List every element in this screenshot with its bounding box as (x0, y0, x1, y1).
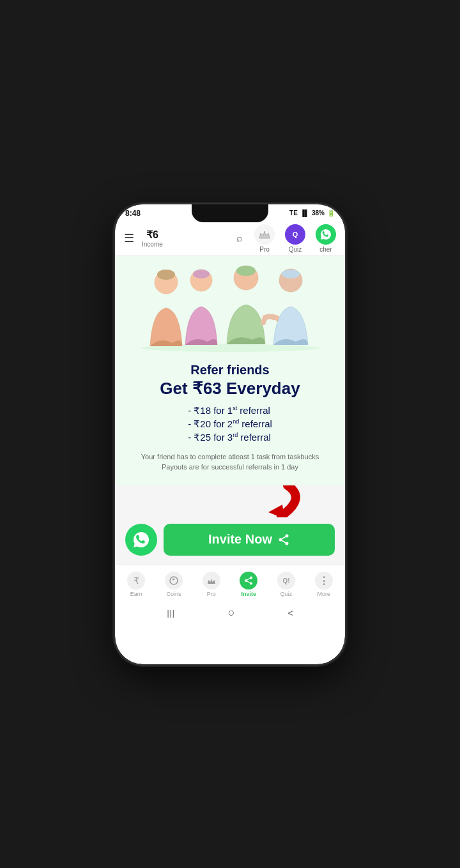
svg-line-13 (280, 540, 287, 544)
invite-icon (240, 572, 257, 590)
phone-screen: 8:48 TE ▐▌ 38% 🔋 ☰ ₹6 Income ⌕ (115, 204, 345, 664)
battery-icon: 🔋 (327, 209, 335, 217)
invite-label: Invite (241, 591, 257, 597)
invite-now-button[interactable]: Invite Now (164, 524, 335, 556)
income-amount: ₹6 (146, 229, 158, 241)
invite-section: Invite Now (115, 517, 345, 565)
quiz-tab[interactable]: Q Quiz (285, 224, 305, 253)
svg-point-6 (236, 266, 256, 276)
invite-now-text: Invite Now (208, 532, 272, 547)
system-bar: ||| ○ < (115, 604, 345, 622)
coins-icon (165, 572, 183, 590)
search-icon[interactable]: ⌕ (236, 232, 243, 244)
main-content: Refer friends Get ₹63 Everyday - ₹18 for… (115, 255, 345, 664)
quiz-nav-icon: Q! (277, 572, 295, 590)
nav-tabs: Pro Q Quiz cher (254, 224, 336, 253)
pro-label: Pro (259, 246, 270, 253)
whatsapp-button[interactable] (125, 524, 157, 556)
signal-icon: TE (289, 209, 298, 217)
income-display: ₹6 Income (142, 229, 163, 248)
arrow-section (115, 485, 345, 517)
friends-illustration (115, 255, 345, 358)
refer-title: Refer friends (128, 363, 332, 377)
crown-icon (254, 224, 275, 245)
voucher-tab[interactable]: cher (316, 224, 336, 253)
bottom-nav-quiz[interactable]: Q! Quiz (268, 572, 305, 597)
top-nav: ☰ ₹6 Income ⌕ Pro (115, 222, 345, 255)
bottom-nav-more[interactable]: ⋮ More (305, 572, 342, 597)
bottom-nav-coins[interactable]: Coins (155, 572, 193, 597)
refer-note: Your friend has to complete atleast 1 ta… (128, 452, 332, 473)
quiz-nav-label: Quiz (280, 591, 293, 597)
pro-nav-icon (203, 572, 220, 590)
refer-subtitle: Get ₹63 Everyday (128, 379, 332, 399)
referral-item-1: - ₹18 for 1st referral (188, 405, 272, 416)
bottom-nav-pro[interactable]: Pro (192, 572, 230, 597)
more-label: More (317, 591, 330, 597)
status-icons: TE ▐▌ 38% 🔋 (289, 209, 335, 217)
refer-text-section: Refer friends Get ₹63 Everyday - ₹18 for… (115, 358, 345, 485)
quiz-icon: Q (285, 224, 305, 245)
svg-line-19 (246, 581, 251, 584)
bottom-nav-invite[interactable]: Invite (230, 572, 268, 597)
back-button[interactable]: < (288, 608, 293, 618)
phone-frame: 8:48 TE ▐▌ 38% 🔋 ☰ ₹6 Income ⌕ (115, 204, 345, 664)
bottom-nav-earn[interactable]: ₹ Earn (118, 572, 155, 597)
income-label: Income (142, 241, 163, 248)
svg-line-18 (246, 578, 251, 581)
status-bar: 8:48 TE ▐▌ 38% 🔋 (115, 204, 345, 222)
referral-list: - ₹18 for 1st referral - ₹20 for 2nd ref… (188, 405, 272, 445)
bottom-nav: ₹ Earn Coins (115, 565, 345, 604)
svg-point-8 (282, 270, 300, 278)
menu-icon[interactable]: ☰ (124, 232, 134, 244)
earn-icon: ₹ (127, 572, 145, 590)
recent-apps-button[interactable]: ||| (167, 609, 174, 618)
signal-bars: ▐▌ (300, 209, 309, 217)
svg-point-2 (157, 270, 175, 280)
pro-tab[interactable]: Pro (254, 224, 275, 253)
status-time: 8:48 (125, 209, 141, 218)
referral-item-2: - ₹20 for 2nd referral (188, 418, 272, 430)
battery-level: 38% (312, 209, 325, 217)
voucher-label: cher (319, 246, 332, 253)
quiz-label: Quiz (289, 246, 302, 253)
more-icon: ⋮ (315, 572, 333, 590)
whatsapp-icon (316, 224, 336, 245)
home-button[interactable]: ○ (228, 606, 235, 620)
svg-line-12 (280, 536, 287, 540)
coins-label: Coins (167, 591, 181, 597)
svg-point-4 (193, 270, 210, 278)
pro-nav-label: Pro (207, 591, 216, 597)
earn-label: Earn (130, 591, 142, 597)
referral-item-3: - ₹25 for 3rd referral (188, 432, 272, 443)
svg-point-14 (170, 577, 178, 584)
